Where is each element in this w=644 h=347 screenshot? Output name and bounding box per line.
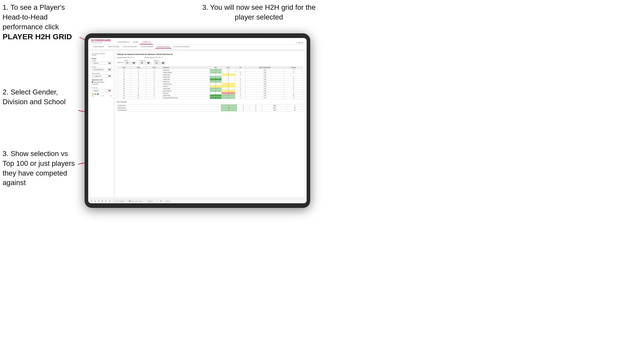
nav-bar: SCOREBOARD Powered by clippd TOURNAMENTS… (88, 38, 307, 45)
table-row: 3 1 1 Esther Lee 1 0 1.50 4 (117, 69, 303, 71)
col-tie: Tie (235, 66, 245, 69)
division-select[interactable]: NCAA Division III (92, 68, 112, 71)
nav-items: TOURNAMENTS TEAMS COMMITTEE (116, 40, 296, 44)
right-panel: Katelyn Vo Head-to-Head Grid for Women's… (115, 52, 305, 197)
col-div: # Div (117, 66, 131, 69)
out-of-division-table: Foreign Team 1 0 0 4.500 2 NAIA Division… (117, 104, 303, 111)
radio-dot-top100 (92, 83, 93, 85)
tablet-screen: SCOREBOARD Powered by clippd TOURNAMENTS… (88, 38, 307, 203)
toolbar-sep1 (112, 200, 112, 203)
sub-nav-player-h2h-heatmap[interactable]: PLAYER H2H HEATMAP (172, 45, 191, 49)
player-rank-select[interactable]: 8. Katelyn Vo (92, 74, 112, 78)
colour-section: Colour by Win/loss Down Level Up (92, 87, 112, 97)
watch-btn[interactable]: 👁 Watch ▼ (145, 200, 155, 203)
left-panel: Last Updated: 27/03/2024 16:55:38 Player… (90, 52, 113, 197)
nav-right: i | Sign out (296, 42, 304, 44)
sub-nav-team-h2h-grid[interactable]: TEAM H2H GRID (106, 45, 121, 49)
redo2-icon[interactable]: ↻ (105, 200, 107, 203)
gender-select[interactable]: Women's (92, 62, 112, 65)
table-row: 13 1 1 Jessica Huang 0 1 0 -3.00 2 (117, 83, 303, 85)
save-custom-view-btn[interactable]: 💾 Save Custom View (128, 200, 143, 203)
colour-down (92, 93, 94, 95)
instruction-step2: 2. Select Gender, Division and School (3, 87, 77, 107)
instruction-step1: 1. To see a Player's Head-to-Head perfor… (3, 3, 85, 42)
radio-top-100[interactable]: Top 100 (92, 83, 112, 85)
nav-teams[interactable]: TEAMS (131, 40, 140, 44)
h2h-table: # Div # Reg # Conf Opponent Win Loss Tie… (117, 66, 303, 99)
grid-record: Overall Record: 353 - 34 - 6 Division Re… (117, 57, 303, 58)
opponent-view-radios: Opponents Played Top 100 (92, 81, 112, 85)
col-reg: # Reg (131, 66, 146, 69)
undo-icon[interactable]: ↺ (90, 200, 93, 203)
table-row: 5 2 2 Alexis Sudjianto 1 0 0 4.00 3 (117, 71, 303, 74)
opponent-select[interactable]: (All) (154, 62, 165, 64)
sub-nav-player-h2h-grid[interactable]: PLAYER H2H GRID (155, 45, 172, 49)
table-row: 6 3 3 Sydney Kuo 0 1 0 -1.00 (117, 74, 303, 76)
toolbar-sep2 (126, 200, 127, 203)
table-row: 18 2 2 Euna Lee 0 1 0 -5.00 2 (117, 92, 303, 94)
filter-row: Region (All) Conference (All) (125, 60, 165, 64)
table-row: 20 11 7 Federica Domecq Lacroze 2 1 0 1.… (117, 97, 303, 99)
redo-icon[interactable]: ↻ (94, 200, 96, 203)
colour-legend: Down Level Up (92, 95, 112, 97)
resize-icon[interactable]: ⊞ (160, 200, 162, 203)
col-loss: Loss (222, 66, 235, 69)
table-row: 19 10 6 Emily Chang 4 1 0 0.30 11 (117, 94, 303, 97)
sub-nav: TEAM SUMMARY TEAM H2H GRID TEAM H2H HEAT… (88, 45, 307, 50)
table-row: 15 8 5 Stella Cheng 1 0 0 1.25 4 (117, 88, 303, 90)
col-opponent: Opponent (162, 66, 210, 69)
logo: SCOREBOARD Powered by clippd (91, 39, 111, 44)
colour-by-select[interactable]: Win/loss (92, 89, 112, 92)
col-win: Win (210, 66, 222, 69)
nav-tournaments[interactable]: TOURNAMENTS (116, 40, 131, 44)
col-diff: Diff Av Strokes/Rnd (246, 66, 284, 69)
out-of-division-row: NAIA Division 1 15 0 0 9.267 30 (117, 107, 303, 109)
clock-icon[interactable]: ⏱ (108, 200, 111, 203)
view-original-btn[interactable]: 👁 View: Original (113, 200, 125, 203)
out-of-division-row: Foreign Team 1 0 0 4.500 2 (117, 104, 303, 107)
out-of-division-row: NCAA Division 2 5 0 0 7.400 10 (117, 109, 303, 111)
colour-level (94, 93, 96, 95)
nav-committee[interactable]: COMMITTEE (140, 40, 153, 44)
tools-icon[interactable]: ⚙ (101, 200, 104, 203)
share-btn[interactable]: ↗ Share (163, 200, 171, 203)
col-conf: # Conf (146, 66, 162, 69)
opponents-label: Opponents: (117, 62, 124, 63)
radio-opponents-played[interactable]: Opponents Played (92, 81, 112, 83)
sub-nav-team-h2h-heatmap[interactable]: TEAM H2H HEATMAP (121, 45, 139, 49)
opponent-filter: Opponent (All) (154, 60, 165, 64)
out-of-division-label: Out of division (117, 101, 303, 103)
undo2-icon[interactable]: ↺ (97, 200, 100, 203)
grid-title: Katelyn Vo Head-to-Head Grid for Women's… (117, 53, 303, 55)
region-filter: Region (All) (125, 60, 136, 64)
region-select[interactable]: (All) (125, 62, 136, 64)
table-row: 10 6 3 Andrea York 2 0 0 4.00 4 (117, 78, 303, 81)
sub-nav-team-summary[interactable]: TEAM SUMMARY (91, 45, 106, 49)
col-rounds: Rounds (284, 66, 303, 69)
tablet-device: SCOREBOARD Powered by clippd TOURNAMENTS… (85, 33, 310, 208)
bottom-toolbar: ↺ ↻ ↺ ⚙ ↻ ⏱ 👁 View: Original 💾 Save Cust… (88, 199, 307, 203)
toolbar-sep3 (144, 200, 144, 203)
sub-nav-player-summary[interactable]: PLAYER SUMMARY (139, 45, 155, 49)
table-row: 9 1 4 Sharon Mun 1 0 3.67 3 (117, 76, 303, 78)
colour-up (97, 93, 99, 95)
instruction-step3b: 3. Show selection vs Top 100 or just pla… (3, 149, 77, 188)
conference-filter: Conference (All) (139, 60, 151, 64)
table-row: 11 2 5 Heejo Hyun 1 0 0 3.33 3 (117, 81, 303, 83)
main-content: Last Updated: 27/03/2024 16:55:38 Player… (88, 50, 307, 199)
conference-select[interactable]: (All) (139, 62, 151, 64)
table-row: 14 7 4 Eunice Yi 2 2 0 0.38 9 (117, 85, 303, 88)
radio-dot-opponents (92, 81, 93, 83)
expand-icon[interactable]: ⤢ (156, 200, 159, 203)
instruction-step3-top: 3. You will now see H2H grid for the pla… (195, 3, 323, 22)
table-row: 16 1 3 Jessica Mason 1 2 0 -0.94 7 (117, 90, 303, 92)
